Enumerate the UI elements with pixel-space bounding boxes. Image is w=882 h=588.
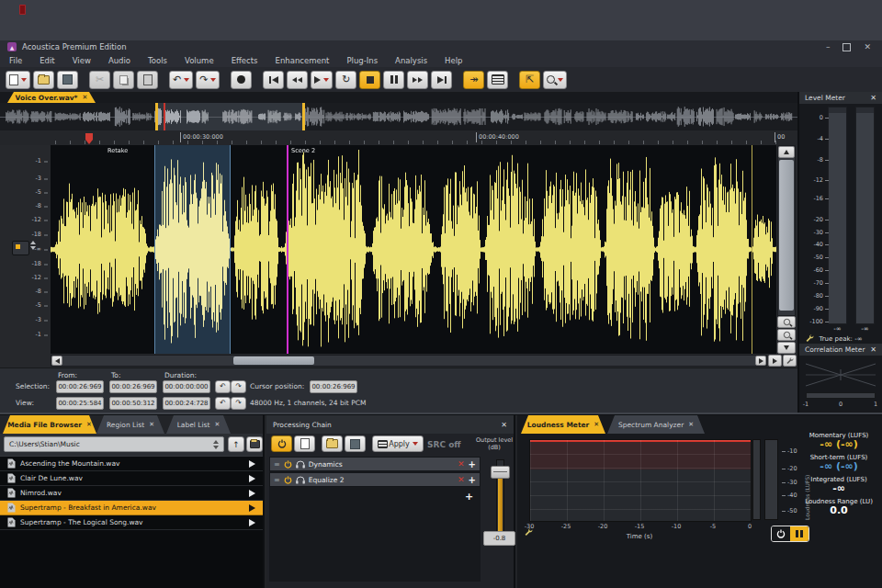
play-icon[interactable] — [249, 475, 255, 482]
path-select[interactable]: C:\Users\Stian\Music — [4, 436, 224, 452]
zoom-menu-button[interactable] — [777, 342, 796, 354]
menu-item[interactable]: Effects — [232, 56, 258, 65]
power-icon[interactable] — [284, 476, 292, 484]
paste-button[interactable] — [137, 71, 158, 89]
file-row[interactable]: Supertramp - Breakfast in America.wav — [0, 501, 263, 515]
menu-item[interactable]: Analysis — [395, 56, 427, 65]
drag-handle-icon[interactable]: ≡ — [274, 460, 280, 469]
add-effect-icon[interactable]: + — [465, 491, 473, 503]
headphones-icon[interactable] — [296, 460, 305, 469]
browse-folder-button[interactable] — [246, 436, 263, 452]
menu-item[interactable]: Audio — [108, 56, 130, 65]
undo-button[interactable]: ↶ — [169, 71, 193, 89]
skip-end-button[interactable] — [431, 71, 452, 89]
close-icon[interactable]: ✕ — [86, 421, 92, 428]
view-duration-field[interactable]: 00:00:24:728 — [163, 397, 210, 410]
analysis-tab[interactable]: Spectrum Analyzer ✕ — [607, 415, 705, 434]
remove-effect-icon[interactable]: ✕ — [458, 459, 465, 469]
menu-item[interactable]: Volume — [185, 56, 214, 65]
browser-tab[interactable]: Media File Browser ✕ — [3, 415, 96, 434]
play-icon[interactable] — [249, 519, 255, 526]
main-waveform[interactable] — [51, 145, 776, 354]
loop-button[interactable]: ↻ — [335, 71, 356, 89]
pause-button[interactable] — [790, 526, 808, 541]
add-effect-icon[interactable]: + — [469, 475, 476, 485]
power-icon[interactable] — [284, 460, 292, 469]
selection-redo-button[interactable]: ↷ — [231, 380, 246, 393]
time-display-button[interactable] — [487, 71, 508, 89]
menu-item[interactable]: Help — [445, 56, 462, 65]
close-icon[interactable]: ✕ — [870, 345, 876, 354]
chain-power-button[interactable] — [271, 435, 292, 452]
play-selection-button[interactable] — [768, 355, 782, 367]
remove-effect-icon[interactable]: ✕ — [458, 475, 465, 484]
close-icon[interactable]: ✕ — [83, 94, 88, 101]
close-icon[interactable]: ✕ — [870, 94, 876, 102]
effect-row[interactable]: ≡ Equalize 2 ✕ + — [269, 472, 481, 487]
forward-button[interactable] — [407, 71, 428, 89]
editor-settings-button[interactable] — [783, 355, 797, 367]
stop-button[interactable] — [359, 71, 380, 89]
cut-button[interactable]: ✂ — [89, 71, 110, 89]
close-icon[interactable]: ✕ — [214, 421, 220, 428]
headphones-icon[interactable] — [296, 476, 305, 484]
folder-up-button[interactable]: ↑ — [228, 436, 244, 452]
selection-undo-button[interactable]: ↶ — [215, 380, 231, 393]
vertical-zoom-spinner[interactable] — [30, 241, 36, 250]
edit-tool-button[interactable]: ⇱ — [519, 71, 540, 89]
view-redo-button[interactable]: ↷ — [231, 397, 246, 410]
pause-button[interactable] — [383, 71, 404, 89]
view-undo-button[interactable]: ↶ — [215, 397, 231, 410]
skip-start-button[interactable] — [263, 71, 284, 89]
maximize-button[interactable] — [842, 43, 851, 51]
close-icon[interactable]: ✕ — [149, 421, 154, 428]
redo-button[interactable]: ↷ — [196, 71, 220, 89]
file-row[interactable]: Clair De Lune.wav — [0, 471, 263, 486]
browser-tab[interactable]: Label List ✕ — [166, 415, 231, 434]
open-button[interactable] — [33, 71, 54, 89]
menu-item[interactable]: Plug-Ins — [346, 56, 378, 65]
rewind-button[interactable] — [287, 71, 308, 89]
play-icon[interactable] — [249, 504, 255, 512]
horizontal-scroll-thumb[interactable] — [233, 356, 314, 365]
vertical-scrollbar[interactable] — [777, 145, 796, 316]
copy-button[interactable] — [113, 71, 134, 89]
menu-item[interactable]: View — [73, 56, 91, 65]
reset-button[interactable] — [772, 526, 790, 541]
zoom-tool-button[interactable] — [543, 71, 567, 89]
close-icon[interactable]: ✕ — [688, 421, 694, 428]
timeline-ruler[interactable]: 00:00:30:00000:00:40:00000 — [0, 130, 797, 145]
menu-item[interactable]: File — [9, 56, 22, 65]
horizontal-scrollbar[interactable] — [51, 355, 767, 367]
save-button[interactable] — [57, 71, 78, 89]
selection-from-field[interactable]: 00:00:26:969 — [56, 380, 104, 393]
record-button[interactable] — [231, 71, 252, 89]
cursor-position-field[interactable]: 00:00:26:969 — [310, 380, 357, 393]
add-effect-icon[interactable]: + — [469, 459, 476, 469]
selection-duration-field[interactable]: 00:00:00:000 — [163, 380, 210, 393]
chain-paste-button[interactable] — [294, 435, 315, 452]
menu-item[interactable]: Enhancement — [276, 56, 330, 65]
view-from-field[interactable]: 00:00:25:584 — [56, 397, 104, 410]
wrench-icon[interactable] — [524, 527, 533, 537]
document-tab[interactable]: Voice Over.wav* ✕ — [7, 92, 96, 103]
drag-handle-icon[interactable]: ≡ — [274, 476, 280, 484]
file-row[interactable]: Nimrod.wav — [0, 486, 263, 501]
menu-item[interactable]: Edit — [40, 56, 54, 65]
overview-waveform[interactable] — [0, 103, 797, 130]
chain-save-button[interactable] — [345, 435, 366, 452]
follow-playhead-button[interactable]: ↠ — [463, 71, 484, 89]
output-level-handle[interactable] — [491, 466, 510, 479]
selection-to-field[interactable]: 00:00:26:969 — [109, 380, 157, 393]
view-to-field[interactable]: 00:00:50:312 — [109, 397, 157, 410]
close-button[interactable]: ✕ — [864, 43, 871, 51]
chain-open-button[interactable] — [322, 435, 343, 452]
apply-button[interactable]: Apply — [372, 435, 424, 452]
scroll-right-button[interactable] — [755, 356, 766, 366]
menu-item[interactable]: Tools — [148, 56, 167, 65]
effect-row[interactable]: ≡ Dynamics ✕ + — [269, 457, 481, 471]
scroll-left-button[interactable] — [51, 356, 62, 366]
channel-select-button[interactable] — [12, 241, 29, 255]
zoom-in-button[interactable] — [777, 316, 796, 328]
file-row[interactable]: Supertramp - The Logical Song.wav — [0, 515, 263, 530]
